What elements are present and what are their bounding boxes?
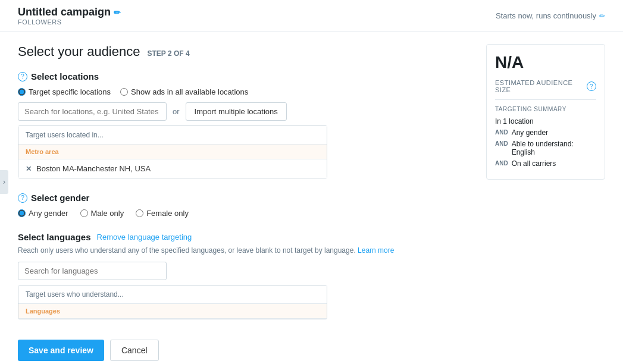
learn-more-link[interactable]: Learn more [358,246,394,255]
targeting-summary-items: In 1 location AND Any gender AND Able to… [495,117,596,168]
language-search-row [18,262,474,280]
right-panel: N/A ESTIMATED AUDIENCE SIZE ? TARGETING … [486,44,605,361]
language-group-label: Languages [18,304,327,319]
gender-section: ? Select gender Any gender Male only Fem… [18,193,474,218]
page-title: Select your audience [18,44,140,59]
gender-female-input[interactable] [136,209,143,217]
audience-na-value: N/A [495,53,596,72]
gender-any-label[interactable]: Any gender [29,209,68,218]
languages-section-header: Select languages Remove language targeti… [18,232,474,242]
summary-item-1: AND Any gender [495,128,596,137]
location-item: ✕ Boston MA-Manchester NH, USA [18,159,327,178]
side-handle[interactable] [0,170,8,194]
radio-all-available-input[interactable] [120,88,128,96]
audience-size-label: ESTIMATED AUDIENCE SIZE ? [495,79,596,93]
radio-target-specific[interactable]: Target specific locations [18,87,111,96]
gender-help-icon[interactable]: ? [18,193,27,203]
languages-section-title: Select languages [18,232,91,242]
summary-item-0: In 1 location [495,117,596,125]
footer-buttons: Save and review Cancel [18,334,474,361]
or-text: or [173,107,180,116]
estimated-label-text: ESTIMATED AUDIENCE SIZE [495,79,584,93]
summary-text-3: On all carriers [512,159,556,168]
left-panel: Select your audience STEP 2 OF 4 ? Selec… [18,44,474,361]
campaign-type: FOLLOWERS [18,18,121,26]
campaign-name-text: Untitled campaign [18,6,111,18]
location-target-box: Target users located in... Metro area ✕ … [18,125,327,178]
summary-and-1: AND [495,129,508,136]
gender-male-label[interactable]: Male only [91,209,124,218]
gender-any[interactable]: Any gender [18,209,68,218]
languages-description-text: Reach only users who understand any of t… [18,246,356,255]
location-search-row: or Import multiple locations [18,102,474,121]
location-item-text: Boston MA-Manchester NH, USA [36,164,151,173]
summary-item-3: AND On all carriers [495,159,596,168]
summary-and-2: AND [495,140,508,147]
location-target-label: Target users located in... [18,126,327,145]
gender-female[interactable]: Female only [136,209,189,218]
locations-radio-group: Target specific locations Show ads in al… [18,87,474,96]
languages-section: Select languages Remove language targeti… [18,232,474,319]
cancel-button[interactable]: Cancel [110,340,159,361]
gender-radio-group: Any gender Male only Female only [18,209,474,218]
gender-male[interactable]: Male only [80,209,124,218]
schedule-edit-icon[interactable]: ✏ [599,12,605,20]
gender-section-header: ? Select gender [18,193,474,203]
summary-text-2: Able to understand: English [512,140,596,156]
schedule-text: Starts now, runs continuously [496,11,596,20]
gender-male-input[interactable] [80,209,88,217]
language-target-box: Target users who understand... Languages [18,285,327,319]
page-title-section: Select your audience STEP 2 OF 4 [18,44,474,59]
locations-section-title: Select locations [31,71,99,81]
locations-help-icon[interactable]: ? [18,72,27,81]
header-left: Untitled campaign ✏ FOLLOWERS [18,6,121,26]
location-group-label: Metro area [18,145,327,159]
locations-section: ? Select locations Target specific locat… [18,71,474,178]
radio-target-specific-label[interactable]: Target specific locations [29,87,111,96]
targeting-summary-title: TARGETING SUMMARY [495,106,596,112]
summary-and-3: AND [495,160,508,167]
gender-female-label[interactable]: Female only [146,209,189,218]
gender-section-title: Select gender [31,193,89,203]
import-locations-button[interactable]: Import multiple locations [186,102,287,121]
campaign-title: Untitled campaign ✏ [18,6,121,18]
summary-item-2: AND Able to understand: English [495,140,596,156]
language-search-input[interactable] [18,262,167,280]
campaign-name-edit-icon[interactable]: ✏ [114,8,121,17]
gender-any-input[interactable] [18,209,26,217]
radio-all-available[interactable]: Show ads in all available locations [120,87,248,96]
main-content: Select your audience STEP 2 OF 4 ? Selec… [0,32,623,364]
location-search-input[interactable] [18,102,167,121]
step-indicator: STEP 2 OF 4 [147,49,189,58]
audience-card: N/A ESTIMATED AUDIENCE SIZE ? TARGETING … [486,44,605,180]
save-and-review-button[interactable]: Save and review [18,340,104,361]
remove-language-targeting-link[interactable]: Remove language targeting [97,233,192,241]
audience-help-icon[interactable]: ? [587,81,596,91]
locations-section-header: ? Select locations [18,71,474,81]
remove-location-icon[interactable]: ✕ [26,165,32,173]
summary-text-1: Any gender [512,128,548,137]
summary-text-0: In 1 location [495,117,534,125]
radio-target-specific-input[interactable] [18,88,26,96]
header: Untitled campaign ✏ FOLLOWERS Starts now… [0,0,623,32]
languages-description: Reach only users who understand any of t… [18,246,474,256]
language-target-label: Target users who understand... [18,285,327,304]
header-schedule: Starts now, runs continuously ✏ [496,11,605,20]
radio-all-available-label[interactable]: Show ads in all available locations [131,87,248,96]
